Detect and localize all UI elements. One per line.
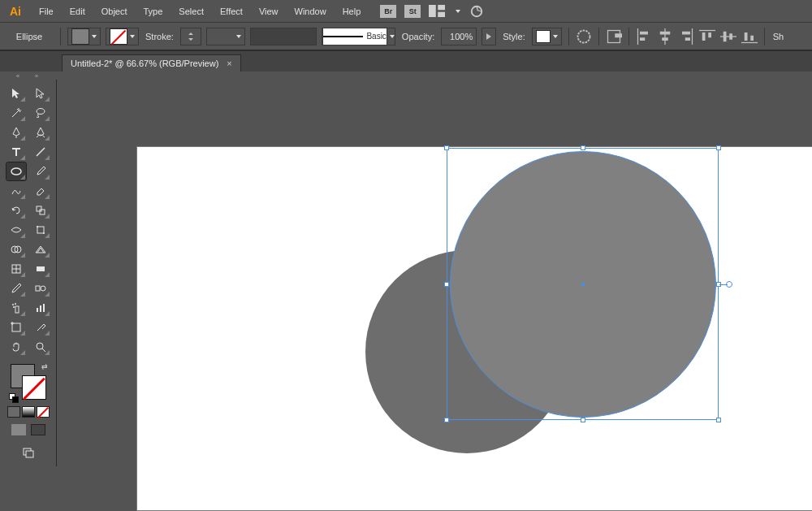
close-tab-icon[interactable]: × [227,58,231,68]
blend-tool[interactable] [31,279,50,297]
symbol-sprayer-tool[interactable] [6,299,26,317]
artboard-tool[interactable] [6,318,26,336]
svg-rect-9 [640,37,645,41]
align-center-v-icon[interactable] [720,28,736,45]
arrange-documents-caret[interactable] [456,10,460,13]
stock-badge[interactable]: St [404,5,421,18]
selection-handle-bl[interactable] [444,418,449,422]
document-tab-bar: Untitled-2* @ 66.67% (RGB/Preview) × [0,50,812,71]
shaper-tool[interactable] [6,182,26,200]
menu-window[interactable]: Window [287,0,335,23]
fill-stroke-control[interactable]: ⇄ [11,364,46,400]
direct-selection-tool[interactable] [31,84,50,102]
color-mode-none[interactable] [37,406,50,418]
menu-object[interactable]: Object [93,0,136,23]
selection-handle-ml[interactable] [444,282,449,287]
stroke-swatch-none [110,28,127,45]
scale-tool[interactable] [31,201,50,219]
svg-rect-30 [37,227,44,233]
selection-handle-tm[interactable] [581,145,585,150]
draw-normal-icon[interactable] [11,424,26,435]
divider [568,28,569,45]
paintbrush-tool[interactable] [31,162,50,180]
stroke-color-swatch[interactable] [22,375,46,400]
align-center-h-icon[interactable] [657,28,673,45]
svg-rect-47 [40,305,41,312]
align-top-icon[interactable] [699,28,715,45]
svg-rect-48 [43,304,45,312]
opacity-slider-toggle[interactable] [482,28,496,45]
opacity-input[interactable] [441,28,477,45]
selection-tool[interactable] [6,84,26,102]
default-fill-stroke-icon[interactable] [9,393,17,401]
recolor-artwork-icon[interactable] [576,28,592,45]
menu-type[interactable]: Type [136,0,171,23]
selection-center-point[interactable] [581,283,585,286]
selection-handle-bm[interactable] [581,418,585,422]
align-right-icon[interactable] [678,28,694,45]
gpu-preview-icon[interactable] [469,5,485,18]
shape-builder-tool[interactable] [6,240,26,258]
mesh-tool[interactable] [6,260,26,278]
canvas-area[interactable] [57,71,812,511]
type-tool[interactable] [6,143,26,161]
selection-handle-tl[interactable] [444,145,449,150]
tools-panel-collapse-grip[interactable]: « » [0,71,57,80]
svg-rect-20 [723,31,726,41]
svg-point-31 [37,226,38,227]
eraser-tool[interactable] [31,182,50,200]
screen-mode-icon[interactable] [19,444,38,461]
fill-swatch [71,28,89,45]
bridge-badge[interactable]: Br [380,5,396,18]
rotate-tool[interactable] [6,201,26,219]
selection-bounding-box[interactable] [447,148,719,420]
stroke-swatch-dropdown[interactable] [106,28,139,45]
menu-edit[interactable]: Edit [62,0,93,23]
menu-effect[interactable]: Effect [212,0,251,23]
free-transform-tool[interactable] [31,221,50,239]
menu-file[interactable]: File [31,0,62,23]
svg-line-53 [42,349,45,352]
arrange-documents-icon[interactable] [429,5,445,18]
document-tab[interactable]: Untitled-2* @ 66.67% (RGB/Preview) × [62,54,241,71]
lasso-tool[interactable] [31,104,50,122]
color-mode-gradient[interactable] [22,406,35,418]
hand-tool[interactable] [6,338,26,356]
graphic-style-dropdown[interactable] [532,28,562,45]
perspective-grid-tool[interactable] [31,240,50,258]
magic-wand-tool[interactable] [6,104,26,122]
svg-line-26 [37,148,45,156]
draw-behind-icon[interactable] [31,424,45,435]
curvature-tool[interactable] [31,123,50,141]
align-to-icon[interactable] [606,28,622,45]
selection-rotate-handle[interactable] [726,281,732,288]
column-graph-tool[interactable] [31,299,50,317]
gradient-tool[interactable] [31,260,50,278]
stroke-weight-stepper[interactable] [180,28,201,45]
menu-select[interactable]: Select [171,0,212,23]
svg-point-43 [12,304,14,305]
menu-view[interactable]: View [251,0,287,23]
slice-tool[interactable] [31,318,50,336]
stroke-label: Stroke: [144,32,175,41]
selection-handle-br[interactable] [716,418,721,422]
width-tool[interactable] [6,221,26,239]
fill-swatch-dropdown[interactable] [67,28,101,45]
selection-handle-tr[interactable] [716,145,721,150]
ellipse-tool[interactable] [6,162,26,180]
svg-rect-11 [659,31,670,34]
color-mode-solid[interactable] [7,406,20,418]
stroke-weight-dropdown[interactable] [206,28,245,45]
pen-tool[interactable] [6,123,26,141]
align-left-icon[interactable] [636,28,652,45]
line-segment-tool[interactable] [31,143,50,161]
zoom-tool[interactable] [31,338,50,356]
svg-rect-24 [750,35,754,40]
menu-help[interactable]: Help [335,0,369,23]
variable-width-profile[interactable] [250,28,317,45]
swap-fill-stroke-icon[interactable]: ⇄ [41,362,48,370]
eyedropper-tool[interactable] [6,279,26,297]
svg-rect-55 [26,451,33,457]
brush-definition-dropdown[interactable]: Basic [322,28,395,45]
align-bottom-icon[interactable] [741,28,758,45]
